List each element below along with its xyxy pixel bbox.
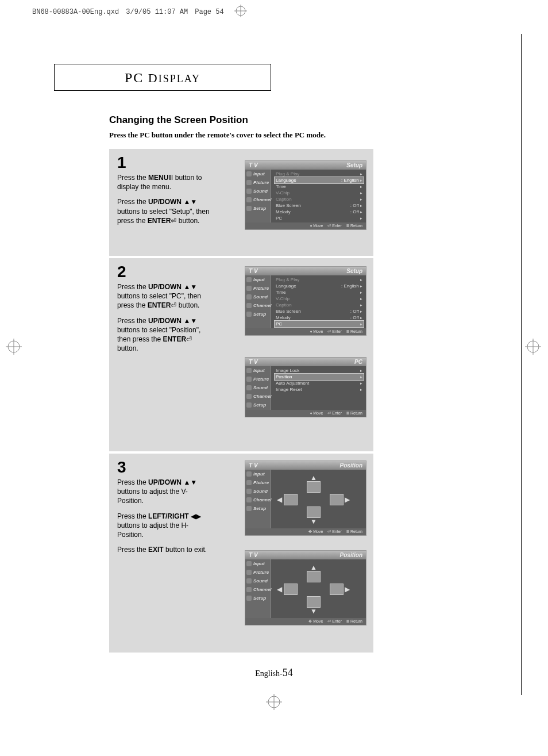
osd-setup-language: T VSetup Input Picture Sound Channel Set… xyxy=(245,160,366,230)
osd-position-1: T VPosition Input Picture Sound Channel … xyxy=(245,460,366,536)
crop-mark-bottom-icon xyxy=(266,694,282,712)
page-subtitle: Changing the Screen Position xyxy=(109,114,248,126)
crop-mark-right-icon xyxy=(525,339,541,357)
print-page: Page 54 xyxy=(195,9,223,16)
osd-setup-pc: T VSetup Input Picture Sound Channel Set… xyxy=(245,266,366,336)
updown-icon: ▲▼ xyxy=(183,283,197,291)
updown-icon: ▲▼ xyxy=(183,478,197,486)
crop-mark-left-icon xyxy=(6,339,22,357)
page: PC DISPLAY Changing the Screen Position … xyxy=(23,28,525,718)
osd-position-2: T VPosition Input Picture Sound Channel … xyxy=(245,550,366,625)
step-1: 1 Press the MENUⅢ button to display the … xyxy=(109,149,373,256)
section-header: PC DISPLAY xyxy=(54,64,271,91)
print-header: BN68-00883A-00Eng.qxd 3/9/05 11:07 AM Pa… xyxy=(0,0,548,19)
lead-text: Press the PC button under the remote's c… xyxy=(109,131,326,140)
enter-icon: ⏎ xyxy=(171,301,176,309)
section-title: PC DISPLAY xyxy=(125,71,200,85)
osd-sidebar: Input Picture Sound Channel Setup xyxy=(245,170,271,222)
osd-body: Plug & Play Language: English Time V-Chi… xyxy=(271,170,366,222)
step-1-text: Press the MENUⅢ button to display the me… xyxy=(117,173,214,225)
crop-mark-top-icon xyxy=(234,5,247,19)
right-margin-rule xyxy=(521,34,522,695)
updown-icon: ▲▼ xyxy=(183,317,197,325)
page-footer: English-54 xyxy=(23,667,525,678)
step-3-text: Press the UP/DOWN ▲▼ buttons to adjust t… xyxy=(117,478,214,554)
updown-icon: ▲▼ xyxy=(183,198,197,206)
print-file: BN68-00883A-00Eng.qxd xyxy=(32,9,119,16)
osd-pc-position: T VPC Input Picture Sound Channel Setup … xyxy=(245,357,366,417)
position-diagram: ▲ ◀ ▶ ▼ xyxy=(275,564,364,616)
step-2-text: Press the UP/DOWN ▲▼ buttons to select "… xyxy=(117,282,214,353)
position-diagram: ▲ ◀ ▶ ▼ xyxy=(275,474,364,526)
enter-icon: ⏎ xyxy=(171,217,176,225)
leftright-icon: ◀▶ xyxy=(191,512,201,520)
step-2: 2 Press the UP/DOWN ▲▼ buttons to select… xyxy=(109,258,373,451)
print-date: 3/9/05 11:07 AM xyxy=(126,9,188,16)
enter-icon: ⏎ xyxy=(186,335,192,343)
step-3: 3 Press the UP/DOWN ▲▼ buttons to adjust… xyxy=(109,454,373,653)
